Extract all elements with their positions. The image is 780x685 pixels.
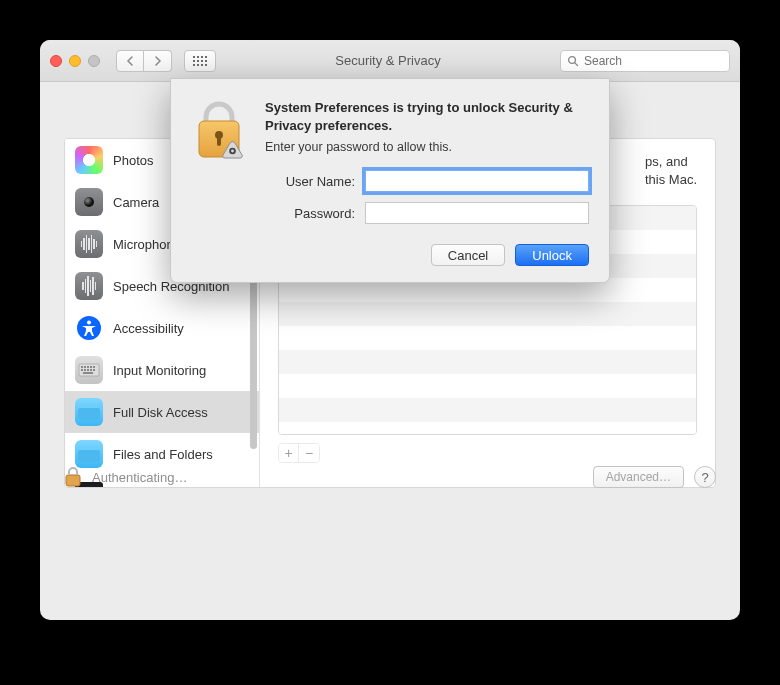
search-input[interactable] — [584, 54, 734, 68]
list-row — [279, 302, 696, 326]
camera-icon — [75, 188, 103, 216]
forward-button[interactable] — [144, 50, 172, 72]
sidebar-item-label: Files and Folders — [113, 447, 213, 462]
keyboard-icon — [75, 356, 103, 384]
svg-rect-16 — [78, 408, 100, 420]
sidebar-item-label: Accessibility — [113, 321, 184, 336]
sidebar-item-input-monitoring[interactable]: Input Monitoring — [65, 349, 259, 391]
auth-title: System Preferences is trying to unlock S… — [265, 99, 589, 134]
svg-rect-21 — [217, 137, 221, 146]
nav-buttons — [116, 50, 172, 72]
auth-subtitle: Enter your password to allow this. — [265, 140, 589, 154]
sidebar-item-label: Photos — [113, 153, 153, 168]
svg-rect-17 — [78, 450, 100, 462]
svg-rect-18 — [66, 475, 80, 486]
svg-line-1 — [575, 62, 578, 65]
pane-description: ps, and this Mac. — [645, 153, 697, 189]
sidebar-item-accessibility[interactable]: Accessibility — [65, 307, 259, 349]
minimize-window-button[interactable] — [69, 55, 81, 67]
folder-icon — [75, 398, 103, 426]
list-row — [279, 326, 696, 350]
window-controls — [50, 55, 100, 67]
sidebar-item-label: Input Monitoring — [113, 363, 206, 378]
svg-rect-9 — [93, 366, 95, 368]
lock-icon[interactable] — [64, 466, 82, 488]
photos-icon — [75, 146, 103, 174]
accessibility-icon — [75, 314, 103, 342]
microphone-icon — [75, 230, 103, 258]
list-row — [279, 398, 696, 422]
add-button[interactable]: + — [279, 444, 299, 462]
grid-icon — [193, 56, 207, 66]
list-row — [279, 350, 696, 374]
svg-rect-7 — [87, 366, 89, 368]
titlebar: Security & Privacy — [40, 40, 740, 82]
svg-rect-15 — [83, 372, 93, 374]
svg-rect-6 — [84, 366, 86, 368]
search-icon — [567, 55, 579, 67]
zoom-window-button[interactable] — [88, 55, 100, 67]
window-title: Security & Privacy — [224, 53, 552, 68]
svg-rect-14 — [93, 369, 95, 371]
search-field[interactable] — [560, 50, 730, 72]
svg-point-3 — [87, 321, 91, 325]
help-button[interactable]: ? — [694, 466, 716, 488]
svg-point-23 — [231, 150, 234, 153]
cancel-button[interactable]: Cancel — [431, 244, 505, 266]
svg-rect-8 — [90, 366, 92, 368]
list-row — [279, 374, 696, 398]
list-row — [279, 422, 696, 435]
sidebar-item-label: Camera — [113, 195, 159, 210]
sidebar-item-label: Full Disk Access — [113, 405, 208, 420]
username-input[interactable] — [365, 170, 589, 192]
svg-rect-13 — [90, 369, 92, 371]
svg-rect-12 — [87, 369, 89, 371]
password-label: Password: — [265, 206, 355, 221]
password-input[interactable] — [365, 202, 589, 224]
sidebar-item-full-disk-access[interactable]: Full Disk Access — [65, 391, 259, 433]
username-label: User Name: — [265, 174, 355, 189]
advanced-button[interactable]: Advanced… — [593, 466, 684, 488]
footer: Authenticating… Advanced… ? — [64, 466, 716, 488]
auth-lock-icon — [191, 99, 249, 224]
back-button[interactable] — [116, 50, 144, 72]
svg-rect-11 — [84, 369, 86, 371]
show-all-button[interactable] — [184, 50, 216, 72]
add-remove-buttons: + − — [278, 443, 320, 463]
svg-rect-5 — [81, 366, 83, 368]
speech-icon — [75, 272, 103, 300]
folder-icon — [75, 440, 103, 468]
svg-rect-10 — [81, 369, 83, 371]
auth-dialog: System Preferences is trying to unlock S… — [170, 78, 610, 283]
remove-button[interactable]: − — [299, 444, 319, 462]
unlock-button[interactable]: Unlock — [515, 244, 589, 266]
close-window-button[interactable] — [50, 55, 62, 67]
lock-status-text: Authenticating… — [92, 470, 583, 485]
